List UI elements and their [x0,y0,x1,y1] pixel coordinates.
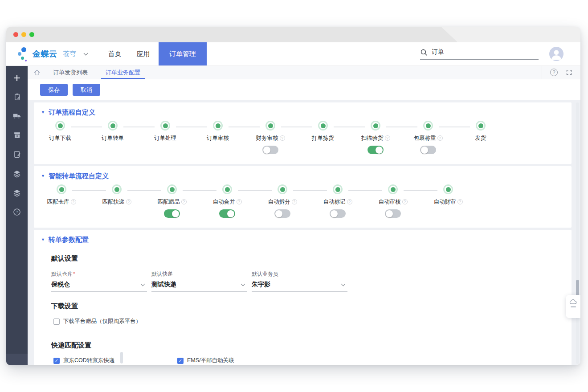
sidebar-item-help-circle-icon[interactable]: ? [6,202,28,221]
flow-step-circle [160,121,170,131]
flow-step: 发货 [454,121,507,154]
toggle-switch[interactable] [262,146,278,154]
help-circle-icon[interactable]: ? [126,199,131,204]
section-order-flow-title[interactable]: ▼ 订单流程自定义 [34,102,572,117]
inner-scrollbar-thumb[interactable] [120,352,123,363]
flow-step-label: 订单下载 [49,135,71,142]
save-button[interactable]: 保存 [40,84,68,96]
default-warehouse-select[interactable]: 默认仓库* 保税仓 [51,270,147,292]
brand-suffix: 苍穹 [63,50,77,58]
help-circle-icon[interactable]: ? [437,135,443,141]
window-titlebar [6,27,580,42]
help-circle-icon[interactable]: ? [347,199,352,204]
search-input[interactable] [432,49,539,56]
toggle-switch[interactable] [274,209,290,218]
flow-step-circle [108,121,118,131]
help-circle-icon[interactable]: ? [385,135,390,141]
help-circle-icon[interactable]: ? [71,199,76,204]
sidebar-item-layers-icon[interactable] [6,183,28,202]
chevron-down-icon [241,282,245,286]
checkbox-unchecked-icon [53,318,60,325]
sidebar-item-clipboard-edit-icon[interactable] [6,87,28,106]
checkbox-label: EMS/平邮自动关联 [187,357,234,364]
field-value: 朱宇影 [252,281,270,289]
toggle-switch[interactable] [420,146,436,154]
chevron-down-icon [141,282,145,286]
app-window: 金蝶云 苍穹 首页应用订单管理 ? [6,27,580,365]
help-circle-icon[interactable]: ? [237,199,242,204]
checkbox-label: 京东COD转京东快递 [63,357,114,364]
help-circle-icon[interactable]: ? [181,199,187,204]
section-transfer-params: ▼ 转单参数配置 默认设置 默认仓库* 保税仓 [34,230,572,365]
flow-step-circle [333,184,343,194]
sidebar-item-archive-download-icon[interactable] [6,126,28,145]
user-avatar[interactable] [549,47,564,61]
sidebar-item-layers-icon[interactable] [6,164,28,183]
maximize-window-button[interactable] [29,32,34,37]
flow-step-circle [213,121,223,131]
scrollbar-track[interactable] [576,102,579,364]
express-checkbox-1[interactable]: ✓EMS/平邮自动关联 [177,357,234,364]
toggle-switch[interactable] [164,209,180,218]
flow-step: 自动合并? [200,184,255,218]
field-label: 默认仓库* [51,270,147,278]
flow-step: 匹配快递? [89,184,144,218]
minimize-window-button[interactable] [21,32,26,37]
help-circle-icon[interactable]: ? [550,69,558,76]
flow-step: 自动财审? [421,184,476,218]
field-label: 默认快递 [151,270,247,278]
help-circle-icon[interactable]: ? [402,199,408,204]
search-icon [420,49,428,56]
flow-step-label: 匹配赠品? [158,198,187,206]
default-fields: 默认仓库* 保税仓 默认快递 测试快递 [34,263,572,292]
toggle-switch[interactable] [385,209,401,218]
brand-logo[interactable]: 金蝶云 苍穹 [18,46,87,62]
sidebar-item-plus-icon[interactable] [6,68,28,87]
left-sidebar: ? [6,66,28,365]
flow-step-label: 订单转单 [102,135,124,142]
default-express-select[interactable]: 默认快递 测试快递 [151,270,247,292]
flow-step: 扫描验货? [349,121,402,154]
flow-step-label: 财务审核? [256,135,285,142]
sidebar-footer[interactable] [6,354,28,365]
sidebar-item-truck-icon[interactable] [6,106,28,126]
help-circle-icon[interactable]: ? [292,199,297,204]
close-window-button[interactable] [13,32,18,37]
toggle-switch[interactable] [368,146,384,154]
scroll-region: ▼ 订单流程自定义 订单下载订单转单订单处理订单审核财务审核?打单拣货扫描验货?… [28,100,580,365]
sidebar-item-document-edit-icon[interactable] [6,145,28,164]
section-smart-flow-title[interactable]: ▼ 智能转单流程自定义 [34,166,572,180]
group-download-settings: 下载设置 [34,292,572,310]
toggle-switch[interactable] [219,209,235,218]
flow-step-circle [57,184,66,194]
home-icon[interactable] [33,69,41,76]
chevron-down-icon[interactable] [83,51,88,56]
flow-step-label: 自动标记? [323,198,352,206]
download-platform-gift-checkbox[interactable]: 下载平台赠品（仅限淘系平台） [53,318,141,325]
flow-step: 订单处理 [139,121,192,154]
help-circle-icon[interactable]: ? [280,135,285,141]
nav-item-2[interactable]: 订单管理 [159,42,207,65]
group-express-match-settings: 快递匹配设置 [34,325,572,350]
fullscreen-icon[interactable] [566,69,572,76]
express-checkbox-0[interactable]: ✓京东COD转京东快递 [53,357,177,364]
collapse-caret-icon[interactable]: ▼ [41,174,45,178]
help-circle-icon[interactable]: ? [457,199,463,204]
nav-item-1[interactable]: 应用 [129,42,158,65]
tab-1[interactable]: 订单业务配置 [97,66,149,79]
collapse-caret-icon[interactable]: ▼ [41,110,45,114]
flow-step-circle [443,184,453,194]
cloud-sync-widget[interactable] [566,295,580,318]
section-transfer-params-title[interactable]: ▼ 转单参数配置 [34,230,572,244]
flow-step-circle [371,121,380,131]
tab-0[interactable]: 订单发货列表 [44,66,97,79]
checkbox-label: 下载平台赠品（仅限淘系平台） [63,318,141,325]
default-salesperson-select[interactable]: 默认业务员 朱宇影 [252,270,347,292]
svg-text:?: ? [16,210,18,214]
cancel-button[interactable]: 取消 [73,84,100,96]
toggle-switch[interactable] [330,209,346,218]
flow-step: 匹配仓库? [34,184,89,218]
flow-step-circle [278,184,287,194]
nav-item-0[interactable]: 首页 [101,42,129,65]
collapse-caret-icon[interactable]: ▼ [41,238,45,242]
